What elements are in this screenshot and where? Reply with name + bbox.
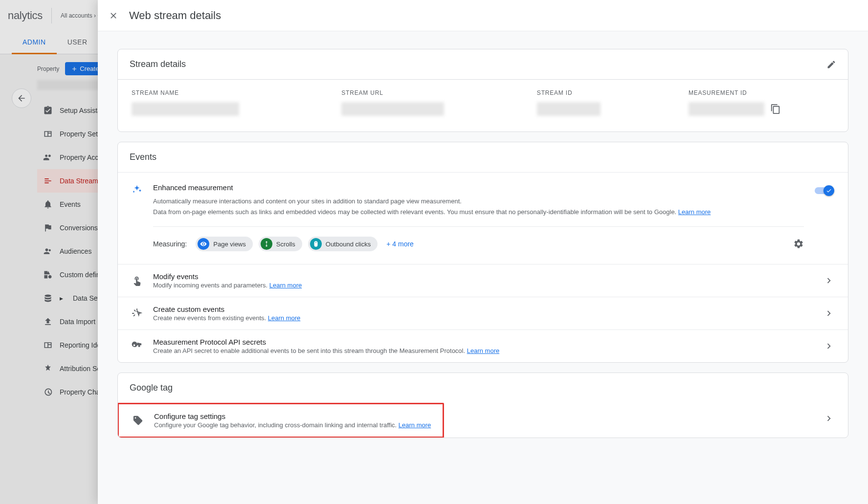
chip-page-views: Page views [196, 237, 252, 251]
panel-header: Web stream details [98, 0, 868, 31]
tab-user[interactable]: USER [57, 31, 98, 54]
key-icon [132, 341, 142, 351]
stream-name-label: STREAM NAME [132, 89, 335, 96]
measuring-label: Measuring: [153, 240, 187, 248]
api-secrets-title: Measurement Protocol API secrets [153, 338, 813, 346]
svg-point-0 [45, 295, 51, 297]
audience-icon [43, 246, 53, 256]
create-learn-more-link[interactable]: Learn more [268, 314, 300, 322]
enhanced-measurement-toggle[interactable] [815, 185, 834, 196]
enhanced-measurement-desc: Automatically measure interactions and c… [153, 197, 804, 206]
chip-label: Page views [213, 241, 245, 248]
stream-id-value [537, 102, 601, 116]
enhanced-learn-more-link[interactable]: Learn more [678, 208, 711, 216]
sidebar-item-label: Audiences [60, 247, 91, 255]
analytics-logo-text: nalytics [8, 9, 43, 22]
web-stream-details-panel: Web stream details Stream details STREAM… [98, 0, 868, 504]
vertical-divider [51, 8, 52, 23]
bell-icon [43, 199, 53, 209]
enhanced-measurement-settings-button[interactable] [793, 239, 804, 249]
id-icon [43, 340, 53, 350]
close-icon [109, 11, 118, 21]
chip-label: Scrolls [276, 241, 295, 248]
sidebar-item-label: Events [60, 200, 81, 208]
breadcrumb-sep: › [92, 12, 98, 19]
stream-details-grid: STREAM NAME STREAM URL STREAM ID MEASURE… [118, 79, 848, 131]
api-secrets-row[interactable]: Measurement Protocol API secrets Create … [118, 329, 848, 362]
cursor-click-icon [132, 308, 142, 319]
touch-icon [132, 275, 142, 286]
configure-learn-more-link[interactable]: Learn more [399, 421, 431, 429]
chevron-right-icon [823, 341, 834, 351]
database-icon [43, 293, 53, 303]
flag-icon [43, 223, 53, 233]
stream-details-header: Stream details [130, 59, 186, 69]
events-card: Events Enhanced measurement Automaticall… [117, 142, 848, 363]
panel-body: Stream details STREAM NAME STREAM URL ST… [98, 31, 868, 504]
enhanced-measurement-title: Enhanced measurement [153, 183, 804, 192]
panel-title: Web stream details [129, 9, 221, 22]
measurement-id-label: MEASUREMENT ID [689, 89, 834, 96]
create-events-title: Create custom events [153, 305, 813, 313]
create-custom-events-row[interactable]: Create custom events Create new events f… [118, 297, 848, 329]
layout-icon [43, 129, 53, 139]
stream-details-header-row: Stream details [118, 49, 848, 79]
shapes-icon [43, 270, 53, 280]
sidebar-item-label: Conversions [60, 224, 98, 232]
breadcrumb-prefix: All accounts [61, 12, 92, 19]
modify-events-title: Modify events [153, 272, 813, 281]
configure-tag-desc: Configure your Google tag behavior, incl… [154, 421, 436, 429]
scroll-icon [261, 238, 272, 250]
tab-admin[interactable]: ADMIN [12, 31, 57, 54]
chevron-right-icon [823, 413, 834, 424]
measuring-more-link[interactable]: + 4 more [386, 240, 414, 248]
measurement-id-value [689, 102, 764, 116]
create-button-label: Create [80, 65, 99, 72]
property-label: Property [37, 66, 59, 72]
attribution-icon [43, 364, 53, 373]
sidebar-item-label: Data Import [60, 318, 95, 326]
stream-details-card: Stream details STREAM NAME STREAM URL ST… [117, 49, 848, 132]
history-icon [43, 387, 53, 397]
configure-tag-highlight: Configure tag settings Configure your Go… [117, 403, 444, 438]
redacted-property-name [37, 80, 106, 90]
stream-url-label: STREAM URL [341, 89, 531, 96]
sidebar-item-label: Data Streams [60, 177, 102, 185]
pencil-icon [826, 60, 836, 69]
sparkle-icon [132, 184, 142, 195]
chip-label: Outbound clicks [326, 241, 371, 248]
configure-tag-title: Configure tag settings [154, 412, 436, 420]
bg-breadcrumb: All accounts › G [61, 12, 102, 19]
close-button[interactable] [108, 10, 119, 22]
configure-tag-settings-row[interactable]: Configure tag settings Configure your Go… [119, 404, 443, 437]
stream-name-value [132, 102, 239, 116]
streams-icon [43, 176, 53, 186]
chip-outbound-clicks: Outbound clicks [308, 237, 378, 251]
api-secrets-desc: Create an API secret to enable additiona… [153, 347, 813, 354]
edit-stream-button[interactable] [826, 60, 836, 69]
upload-icon [43, 317, 53, 327]
gear-icon [793, 239, 804, 249]
modify-learn-more-link[interactable]: Learn more [269, 282, 302, 289]
stream-url-value [341, 102, 444, 116]
modify-events-row[interactable]: Modify events Modify incoming events and… [118, 264, 848, 297]
events-header: Events [118, 142, 848, 172]
copy-icon [770, 104, 781, 114]
enhanced-measurement-note: Data from on-page elements such as links… [153, 207, 804, 217]
back-button[interactable] [12, 88, 31, 108]
tag-icon [133, 415, 143, 426]
measuring-row: Measuring: Page views Scrolls Outbound c… [153, 227, 804, 251]
check-icon [826, 188, 832, 194]
enhanced-measurement-section: Enhanced measurement Automatically measu… [118, 172, 848, 264]
clipboard-icon [43, 106, 53, 115]
google-tag-card: Google tag Configure tag settings Config… [117, 373, 848, 438]
secrets-learn-more-link[interactable]: Learn more [467, 347, 499, 354]
chevron-right-icon [823, 275, 834, 286]
chevron-right-icon [823, 308, 834, 319]
mouse-icon [310, 238, 322, 250]
copy-measurement-id-button[interactable] [770, 104, 781, 114]
eye-icon [198, 238, 209, 250]
stream-id-label: STREAM ID [537, 89, 683, 96]
google-tag-header: Google tag [118, 373, 848, 403]
people-icon [43, 153, 53, 162]
